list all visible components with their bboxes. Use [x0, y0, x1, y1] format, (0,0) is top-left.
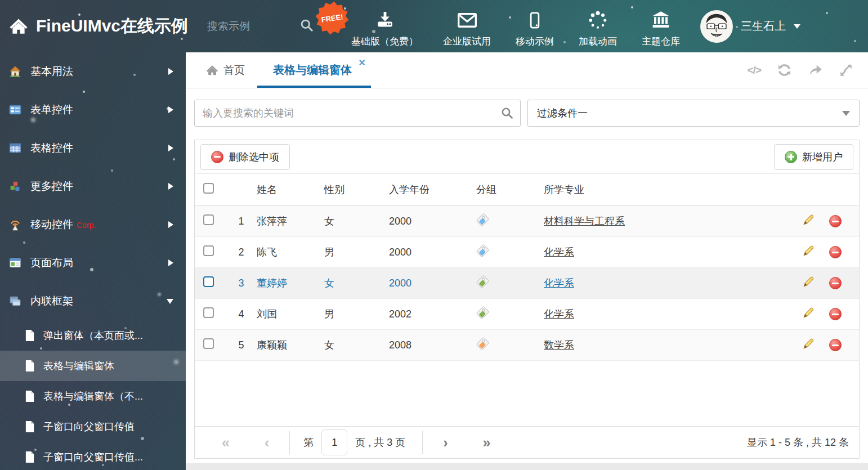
edit-icon[interactable] — [802, 244, 815, 260]
sidebar-subitem-grid-edit-window-2[interactable]: 表格与编辑窗体（不... — [0, 381, 186, 411]
column-header-name[interactable]: 姓名 — [257, 183, 324, 196]
header-search-icon[interactable] — [299, 18, 314, 35]
major-link[interactable]: 材料科学与工程系 — [544, 216, 625, 227]
row-gender: 女 — [324, 214, 389, 228]
column-header-group[interactable]: 分组 — [476, 183, 544, 196]
chevron-right-icon — [168, 183, 173, 190]
user-name: 三生石上 — [741, 19, 786, 34]
add-user-button[interactable]: 新增用户 — [774, 144, 853, 170]
edit-icon[interactable] — [802, 275, 815, 291]
spinner-icon — [588, 9, 608, 30]
edit-icon[interactable] — [802, 337, 815, 353]
edit-icon[interactable] — [802, 306, 815, 322]
fullscreen-icon[interactable] — [839, 63, 853, 78]
refresh-icon[interactable] — [777, 62, 792, 78]
close-icon[interactable]: × — [359, 57, 365, 68]
tab-grid-edit-window[interactable]: 表格与编辑窗体 × — [257, 52, 371, 88]
row-checkbox[interactable] — [203, 245, 214, 256]
major-link[interactable]: 化学系 — [544, 247, 574, 258]
major-link[interactable]: 化学系 — [544, 277, 574, 289]
major-link[interactable]: 数学系 — [544, 339, 574, 351]
table-row[interactable]: 4 刘国 男 2002 化学系 — [195, 299, 859, 330]
group-tag-icon — [476, 244, 489, 257]
sidebar-item-grid-controls[interactable]: 表格控件 — [0, 129, 186, 167]
document-icon — [25, 390, 35, 402]
delete-icon[interactable] — [829, 215, 842, 227]
sidebar-item-mobile-controls[interactable]: 移动控件Corp. — [0, 205, 186, 244]
top-header: FineUIMvc在线示例 FREE! 基础版（免费） 企业版试用 — [0, 0, 868, 52]
major-link[interactable]: 化学系 — [544, 308, 574, 320]
form-icon — [8, 103, 22, 117]
tab-home[interactable]: 首页 — [194, 52, 257, 88]
header-action-theme-repo[interactable]: 主题仓库 — [642, 5, 680, 48]
sidebar-item-inline-frame[interactable]: 内联框架 — [0, 282, 186, 320]
sidebar-item-page-layout[interactable]: 页面布局 — [0, 244, 186, 282]
table-row[interactable]: 2 陈飞 男 2000 化学系 — [195, 237, 859, 268]
open-in-new-icon[interactable] — [808, 62, 823, 78]
prev-page-button[interactable]: ‹ — [265, 436, 269, 450]
row-checkbox[interactable] — [203, 307, 214, 318]
keyword-search-input[interactable] — [194, 100, 521, 127]
row-gender: 男 — [324, 245, 389, 259]
source-code-icon[interactable]: </> — [748, 64, 761, 77]
sidebar-subitem-child-to-parent[interactable]: 子窗口向父窗口传值 — [0, 411, 186, 442]
column-header-major[interactable]: 所学专业 — [544, 183, 795, 196]
row-checkbox[interactable] — [203, 214, 214, 225]
sidebar-item-label: 基本用法 — [30, 64, 168, 79]
header-action-loading-animation[interactable]: 加载动画 — [579, 5, 617, 48]
column-header-gender[interactable]: 性别 — [324, 183, 389, 196]
sidebar-subitem-grid-edit-window[interactable]: 表格与编辑窗体 — [0, 351, 186, 381]
table-row[interactable]: 1 张萍萍 女 2000 材料科学与工程系 — [195, 206, 859, 237]
delete-selected-button[interactable]: 删除选中项 — [200, 144, 290, 170]
plus-circle-icon — [785, 151, 797, 163]
edit-icon[interactable] — [802, 213, 815, 229]
sidebar-item-more-controls[interactable]: 更多控件 — [0, 167, 186, 205]
delete-icon[interactable] — [829, 308, 842, 320]
tab-label: 表格与编辑窗体 — [273, 62, 352, 78]
sidebar-item-form-controls[interactable]: 表单控件 — [0, 91, 186, 129]
table-row[interactable]: 5 康颖颖 女 2008 数学系 — [195, 330, 859, 361]
minus-circle-icon — [211, 151, 223, 163]
group-tag-icon — [476, 337, 489, 350]
delete-icon[interactable] — [829, 339, 842, 351]
chevron-down-icon — [167, 299, 173, 304]
row-checkbox[interactable] — [203, 338, 214, 349]
delete-icon[interactable] — [829, 277, 842, 289]
user-menu[interactable]: 三生石上 — [700, 10, 800, 43]
header-search-input[interactable] — [207, 20, 292, 33]
page-prefix: 第 — [303, 436, 314, 449]
first-page-button[interactable]: « — [222, 436, 230, 450]
last-page-button[interactable]: » — [483, 436, 491, 450]
tab-toolbar: </> — [748, 52, 868, 88]
header-action-enterprise-trial[interactable]: 企业版试用 — [443, 5, 491, 48]
column-header-year[interactable]: 入学年份 — [389, 183, 476, 196]
sidebar-subitem-child-to-parent-2[interactable]: 子窗口向父窗口传值... — [0, 442, 186, 470]
sidebar-item-basic-usage[interactable]: 基本用法 — [0, 52, 186, 91]
header-actions: FREE! 基础版（免费） 企业版试用 移动示例 — [351, 5, 680, 48]
row-name: 刘国 — [257, 307, 324, 321]
header-action-mobile-demo[interactable]: 移动示例 — [516, 5, 554, 48]
search-icon[interactable] — [500, 106, 514, 122]
sidebar-subitem-label: 表格与编辑窗体（不... — [43, 390, 143, 403]
select-all-checkbox[interactable] — [203, 183, 214, 194]
download-icon — [375, 9, 395, 30]
page-number-input[interactable] — [321, 429, 347, 455]
user-avatar — [700, 10, 733, 43]
table-body: 1 张萍萍 女 2000 材料科学与工程系 — [195, 206, 859, 361]
header-action-basic-version[interactable]: FREE! 基础版（免费） — [351, 5, 418, 48]
row-index: 3 — [226, 277, 257, 289]
cubes-icon — [8, 180, 22, 193]
document-icon — [25, 420, 35, 433]
sidebar-subitem-popup-window[interactable]: 弹出窗体（本页面或... — [0, 320, 186, 351]
table-header-row: 姓名 性别 入学年份 分组 所学专业 — [195, 174, 859, 206]
sidebar-subitem-label: 子窗口向父窗口传值... — [43, 450, 143, 464]
table-row[interactable]: 3 董婷婷 女 2000 化学系 — [195, 268, 859, 299]
delete-icon[interactable] — [829, 246, 842, 258]
row-checkbox[interactable] — [203, 276, 214, 287]
filter-dropdown[interactable]: 过滤条件一 — [527, 100, 860, 127]
sidebar-item-label: 页面布局 — [30, 256, 168, 270]
header-action-label: 基础版（免费） — [351, 35, 418, 48]
next-page-button[interactable]: › — [443, 436, 448, 450]
main-content: 首页 表格与编辑窗体 × </> — [186, 52, 868, 470]
home-logo-icon[interactable] — [9, 17, 28, 36]
